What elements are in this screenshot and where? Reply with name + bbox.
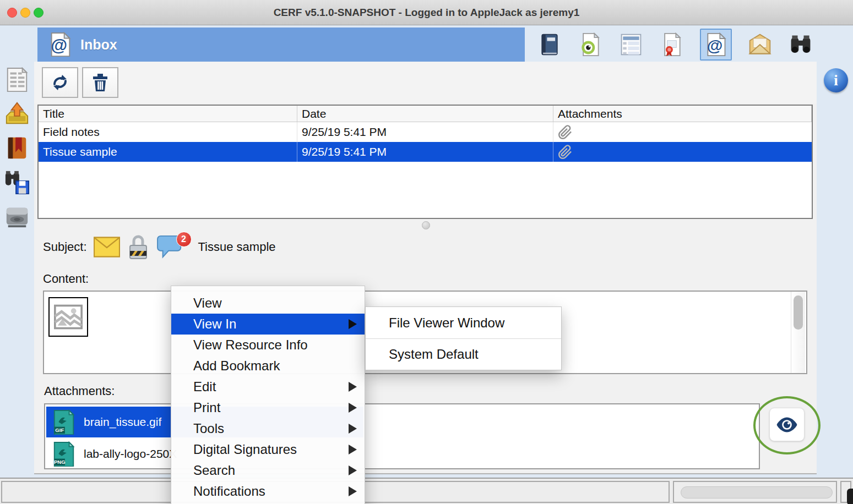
certificate-document-icon [660, 32, 684, 57]
menu-item-print[interactable]: Print [171, 397, 365, 418]
envelope-icon [94, 237, 120, 258]
nav-toolbar: @ [525, 28, 853, 62]
attachments-label: Attachments: [44, 384, 115, 398]
content-scrollbar[interactable] [791, 292, 805, 373]
delete-button[interactable] [82, 67, 118, 98]
inbox-at-icon: @ [704, 32, 728, 57]
nav-mail-button[interactable] [747, 32, 773, 57]
sidebar-item-saved-search[interactable] [3, 168, 31, 196]
subject-row: Subject: 2 Tissue sample [43, 233, 276, 261]
submenu-arrow-icon [349, 486, 357, 496]
nav-certificates-button[interactable] [659, 32, 684, 57]
drive-icon [4, 204, 30, 229]
menu-item-view-resource-info[interactable]: View Resource Info [171, 335, 365, 355]
table-header-row: Title Date Attachments [39, 106, 812, 122]
menu-item-view-in[interactable]: View In [171, 314, 365, 335]
row-date: 9/25/19 5:41 PM [297, 142, 553, 162]
status-progress-cell [673, 481, 837, 503]
window-title: CERF v5.1.0-SNAPSHOT - Logged in to Appl… [0, 0, 853, 25]
file-viewer-icon [578, 32, 602, 57]
svg-text:@: @ [707, 36, 723, 54]
attachment-item[interactable]: PNG lab-ally-logo-250X [46, 439, 177, 469]
sidebar-item-address-book[interactable] [3, 134, 31, 162]
sidebar-item-export[interactable] [3, 100, 31, 128]
comments-indicator[interactable]: 2 [156, 234, 192, 260]
column-header-attachments[interactable]: Attachments [553, 106, 812, 122]
row-title: Tissue sample [39, 142, 297, 162]
splitter-handle[interactable] [422, 221, 430, 229]
file-type-label: PNG [54, 459, 66, 465]
trash-icon [90, 73, 110, 92]
window-titlebar[interactable]: CERF v5.1.0-SNAPSHOT - Logged in to Appl… [0, 0, 853, 25]
paperclip-icon [558, 145, 573, 160]
notebook-icon [537, 32, 562, 57]
binoculars-icon [789, 32, 813, 57]
menu-item-edit[interactable]: Edit [171, 376, 365, 397]
svg-text:@: @ [51, 36, 67, 54]
gif-file-icon: GIF [52, 409, 76, 435]
attachments-list: GIF brain_tissue.gif PNG lab-ally-logo-2… [44, 403, 760, 469]
resize-grip[interactable] [847, 489, 853, 504]
info-button[interactable]: i [824, 68, 848, 92]
status-bar [0, 478, 853, 504]
png-file-icon: PNG [52, 441, 76, 467]
progress-bar [681, 486, 833, 498]
at-document-icon: @ [47, 32, 73, 57]
refresh-button[interactable] [42, 67, 78, 98]
address-book-icon [4, 135, 30, 161]
panel-header: @ Inbox [37, 28, 525, 62]
menu-item-notifications[interactable]: Notifications [171, 481, 365, 502]
submenu-arrow-icon [349, 465, 357, 475]
column-header-title[interactable]: Title [39, 106, 297, 122]
table-row[interactable]: Field notes 9/25/19 5:41 PM [39, 122, 812, 142]
row-attachment [553, 122, 812, 142]
nav-notebook-button[interactable] [537, 32, 562, 57]
sidebar-item-drive[interactable] [3, 202, 31, 230]
sidebar-item-reports[interactable] [3, 66, 31, 94]
left-sidebar [0, 62, 34, 230]
submenu-arrow-icon [349, 382, 357, 392]
view-in-submenu: File Viewer Window System Default [365, 306, 562, 370]
subject-value: Tissue sample [198, 240, 276, 254]
attachment-name: lab-ally-logo-250X [84, 447, 177, 461]
panel-title: Inbox [80, 37, 117, 53]
scrollbar-thumb[interactable] [794, 295, 803, 330]
content-label: Content: [43, 272, 89, 286]
report-icon [4, 67, 30, 92]
forms-icon [619, 32, 643, 57]
menu-item-tools[interactable]: Tools [171, 418, 365, 439]
action-toolbar [34, 62, 817, 103]
menu-item-view[interactable]: View [171, 293, 365, 314]
file-type-label: GIF [55, 427, 64, 433]
comment-count-badge: 2 [176, 232, 192, 247]
export-tray-icon [4, 101, 30, 127]
menu-item-add-bookmark[interactable]: Add Bookmark [171, 355, 365, 376]
broken-image-icon [52, 301, 84, 333]
lock-icon [127, 234, 150, 260]
column-header-date[interactable]: Date [297, 106, 553, 122]
submenu-arrow-icon [349, 445, 357, 454]
row-date: 9/25/19 5:41 PM [297, 122, 553, 142]
saved-search-icon [4, 169, 30, 195]
nav-search-button[interactable] [788, 32, 813, 57]
submenu-arrow-icon [349, 319, 357, 329]
row-title: Field notes [39, 122, 297, 142]
menu-item-search[interactable]: Search [171, 460, 365, 481]
row-attachment [553, 142, 812, 162]
submenu-arrow-icon [349, 403, 357, 413]
image-thumbnail[interactable] [48, 297, 88, 337]
submenu-item-file-viewer-window[interactable]: File Viewer Window [366, 307, 561, 338]
app-window: CERF v5.1.0-SNAPSHOT - Logged in to Appl… [0, 0, 853, 504]
nav-forms-button[interactable] [618, 32, 644, 57]
paperclip-icon [558, 125, 573, 140]
info-icon: i [834, 73, 838, 88]
menu-item-digital-signatures[interactable]: Digital Signatures [171, 439, 365, 460]
annotation-circle [753, 396, 821, 454]
nav-file-viewer-button[interactable] [578, 32, 603, 57]
subject-label: Subject: [43, 240, 87, 254]
nav-inbox-button[interactable]: @ [700, 29, 732, 61]
table-row[interactable]: Tissue sample 9/25/19 5:41 PM [39, 142, 812, 162]
refresh-icon [50, 73, 70, 92]
submenu-item-system-default[interactable]: System Default [366, 338, 561, 370]
open-envelope-icon [748, 32, 772, 57]
